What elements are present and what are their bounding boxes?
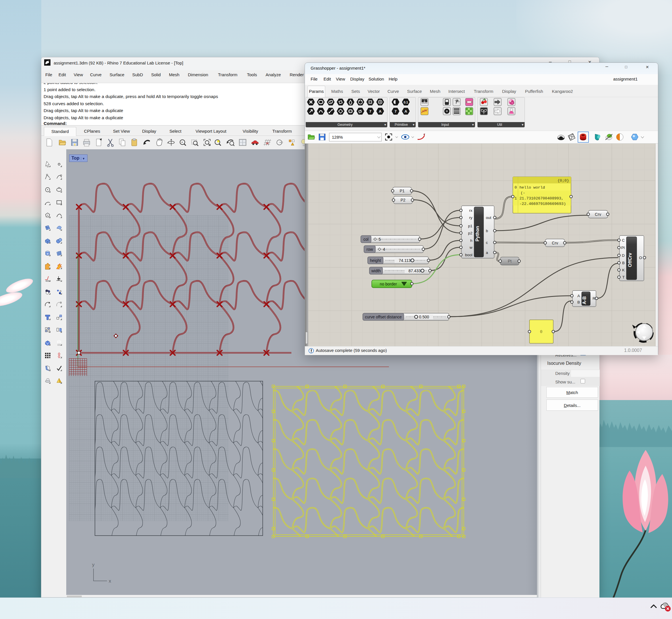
svg-text:(-: (- bbox=[521, 191, 525, 195]
svg-text:w: w bbox=[469, 245, 472, 250]
svg-text:5: 5 bbox=[379, 237, 381, 242]
svg-text:y: y bbox=[92, 562, 95, 567]
svg-text:a: a bbox=[486, 251, 488, 255]
svg-text:87.433: 87.433 bbox=[409, 269, 421, 273]
svg-text:0: 0 bbox=[514, 186, 517, 190]
svg-text:D: D bbox=[622, 253, 625, 258]
svg-text:1: 1 bbox=[514, 196, 517, 201]
svg-text:b: b bbox=[486, 229, 488, 233]
svg-text:curve offset distance: curve offset distance bbox=[365, 315, 402, 319]
svg-text:7: 7 bbox=[394, 109, 396, 114]
svg-text:0: 0 bbox=[540, 330, 542, 334]
svg-text:Python: Python bbox=[475, 226, 480, 241]
svg-text:+: + bbox=[181, 141, 183, 144]
svg-text:row: row bbox=[367, 247, 373, 252]
svg-text:bool: bool bbox=[465, 253, 472, 257]
svg-text:0.500: 0.500 bbox=[419, 315, 429, 319]
svg-text:Crv: Crv bbox=[552, 241, 558, 245]
svg-text:T: T bbox=[622, 275, 625, 279]
svg-text:ry: ry bbox=[469, 215, 472, 220]
svg-text:O: O bbox=[639, 256, 642, 260]
svg-text:A: A bbox=[379, 109, 382, 114]
svg-text:C: C bbox=[622, 238, 625, 243]
svg-text:74.113: 74.113 bbox=[399, 258, 411, 263]
svg-text:Pl: Pl bbox=[621, 246, 625, 250]
svg-text:height: height bbox=[370, 258, 381, 263]
svg-text:0.1: 0.1 bbox=[404, 100, 408, 104]
svg-text:A-B: A-B bbox=[582, 296, 587, 304]
svg-text:128%: 128% bbox=[332, 135, 343, 140]
svg-text:7: 7 bbox=[369, 109, 371, 114]
svg-text:col: col bbox=[363, 237, 369, 242]
svg-text:21.731026700408993,: 21.731026700408993, bbox=[520, 196, 564, 201]
svg-text:4: 4 bbox=[383, 247, 385, 252]
svg-text:K: K bbox=[622, 268, 625, 272]
svg-text:rx: rx bbox=[469, 208, 472, 213]
svg-text:B: B bbox=[622, 261, 625, 265]
svg-text:out: out bbox=[486, 215, 491, 220]
svg-text:-22.466979180669693): -22.466979180669693) bbox=[520, 202, 566, 206]
svg-text:{0;0}: {0;0} bbox=[557, 179, 569, 183]
svg-text:Crv: Crv bbox=[595, 212, 601, 217]
svg-text:x: x bbox=[109, 578, 111, 584]
svg-text:B: B bbox=[577, 300, 580, 304]
svg-text:c: c bbox=[486, 240, 488, 245]
svg-text:width: width bbox=[371, 269, 381, 273]
svg-text:A: A bbox=[577, 294, 580, 298]
svg-text:p2: p2 bbox=[468, 231, 472, 235]
svg-text:p1: p1 bbox=[468, 224, 472, 228]
svg-text:Pt: Pt bbox=[508, 259, 511, 263]
svg-text:P2: P2 bbox=[401, 198, 405, 202]
svg-text:OffCrv: OffCrv bbox=[627, 253, 632, 267]
svg-text:P1: P1 bbox=[400, 189, 405, 193]
svg-text:h: h bbox=[470, 238, 472, 243]
svg-text:7: 7 bbox=[48, 60, 49, 62]
svg-text:A: A bbox=[405, 109, 407, 114]
svg-text:no border: no border bbox=[380, 282, 397, 286]
svg-text:hello world: hello world bbox=[520, 186, 545, 190]
